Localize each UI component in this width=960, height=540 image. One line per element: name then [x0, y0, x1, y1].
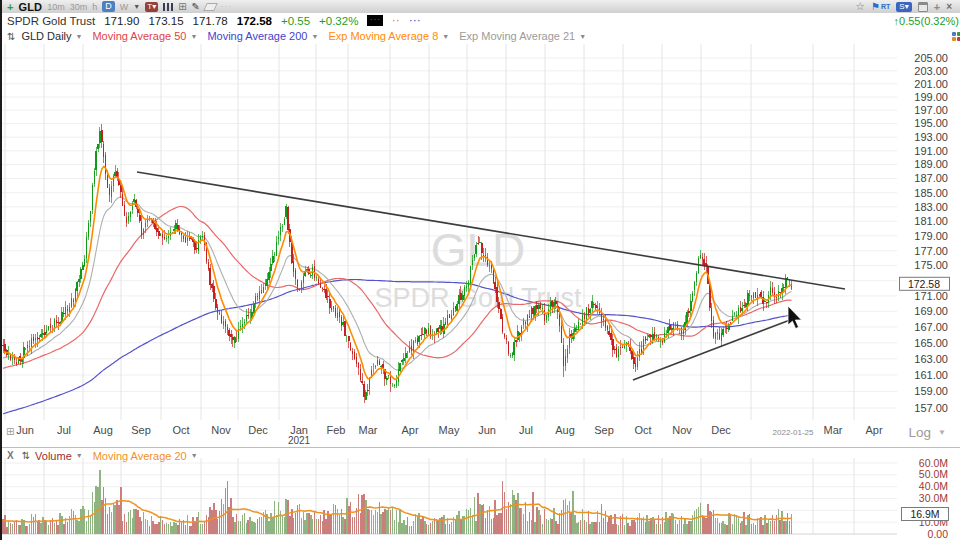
month-label: Mar	[359, 424, 378, 436]
volume-pane-header: X ⇅ Volume▼Moving Average 20▼	[7, 449, 208, 462]
scale-selector[interactable]: Log ▼	[909, 425, 946, 440]
timeframe-30m[interactable]: 30m	[70, 2, 88, 12]
chevron-down-icon: ▼	[938, 428, 946, 437]
timeframe-h[interactable]: h	[92, 2, 97, 12]
last-volume-tag: 16.9M	[902, 508, 949, 521]
svg-text:0.00: 0.00	[928, 528, 949, 540]
month-label: Jul	[57, 424, 71, 436]
low-price: 171.78	[193, 15, 228, 27]
svg-text:159.00: 159.00	[914, 385, 948, 397]
indicator-grid-icon[interactable]: ⊞	[178, 2, 186, 12]
legend-item[interactable]: Moving Average 200▼	[207, 30, 318, 42]
month-label: Apr	[401, 424, 418, 436]
legend-item[interactable]: GLD Daily▼	[21, 30, 82, 42]
chevron-down-icon[interactable]: ▼	[579, 33, 586, 40]
svg-text:187.00: 187.00	[914, 172, 948, 184]
chart-corner-icon[interactable]: ⊞	[6, 426, 14, 437]
legend-item-label: Moving Average 50	[92, 30, 186, 42]
timeframe-10m[interactable]: 10m	[47, 2, 65, 12]
month-label: Oct	[634, 424, 651, 436]
favorite-star-icon[interactable]: ☆	[855, 0, 865, 13]
month-label: Sep	[594, 424, 614, 436]
timeframe-D[interactable]: D	[102, 1, 115, 12]
svg-text:175.00: 175.00	[914, 259, 948, 271]
volume-axis[interactable]: 60.0M50.0M40.0M30.0M10.0M0.00	[919, 457, 948, 540]
month-label: May	[439, 424, 460, 436]
month-label: Mar	[824, 424, 843, 436]
main-price-chart[interactable]: GLDSPDR Gold Trust157.00159.00161.00163.…	[0, 44, 960, 420]
legend-item-label: Moving Average 200	[207, 30, 307, 42]
legend-item[interactable]: Exp Moving Average 21▼	[459, 30, 586, 42]
chevron-down-icon[interactable]: ▼	[442, 33, 449, 40]
month-label: Dec	[711, 424, 731, 436]
layout-grid-icon[interactable]	[952, 32, 960, 41]
svg-text:177.00: 177.00	[914, 245, 948, 257]
svg-text:189.00: 189.00	[914, 158, 948, 170]
open-price: 171.90	[104, 15, 139, 27]
chevron-down-icon[interactable]: ▼	[311, 33, 318, 40]
timeframe-dropdown-icon[interactable]: ▼	[133, 3, 140, 10]
chevron-down-icon[interactable]: ▼	[76, 33, 83, 40]
svg-text:203.00: 203.00	[914, 65, 948, 77]
volume-legend-label: Volume	[35, 450, 72, 462]
month-label: Jun	[16, 424, 34, 436]
time-axis[interactable]: ⊞ JunJulAugSepOctNovDecJan2021FebMarAprM…	[0, 420, 960, 447]
quote-row: SPDR Gold Trust 171.90 173.15 171.78 172…	[0, 13, 960, 28]
symbol-field[interactable]: GLD	[18, 1, 42, 13]
add-symbol-icon[interactable]: +	[7, 2, 13, 12]
svg-text:165.00: 165.00	[914, 337, 948, 349]
timeframe-W[interactable]: W	[120, 2, 129, 12]
svg-text:201.00: 201.00	[914, 78, 948, 90]
chevron-down-icon[interactable]: ▼	[76, 452, 83, 459]
month-label: 2022-01-25	[773, 428, 814, 437]
more-tools-icon[interactable]: ···	[221, 2, 232, 11]
svg-text:183.00: 183.00	[914, 201, 948, 213]
svg-text:60.0M: 60.0M	[919, 457, 948, 469]
legend-item-label: Exp Moving Average 21	[459, 30, 575, 42]
layout-dot	[952, 32, 956, 36]
realtime-label: RT	[881, 3, 890, 10]
eraser-icon[interactable]	[203, 3, 218, 11]
note-marker-black[interactable]: ···	[367, 15, 383, 26]
close-window-icon[interactable]: ×	[946, 1, 952, 12]
month-label: Sep	[131, 424, 151, 436]
volume-legend-item[interactable]: Volume▼	[35, 450, 83, 462]
month-label: Jul	[519, 424, 533, 436]
trendline-support[interactable]	[633, 320, 790, 380]
scan-button[interactable]: S▾	[896, 2, 911, 12]
chevron-down-icon[interactable]: ▼	[190, 33, 197, 40]
symbol-name: SPDR Gold Trust	[7, 15, 95, 27]
svg-text:157.00: 157.00	[914, 402, 948, 414]
reorder-icon[interactable]: ⇅	[7, 31, 15, 42]
volume-legend-items: Volume▼Moving Average 20▼	[35, 450, 208, 462]
price-axis[interactable]: 157.00159.00161.00163.00165.00167.00169.…	[914, 52, 948, 414]
legend-item[interactable]: Moving Average 50▼	[92, 30, 197, 42]
reorder-icon[interactable]: ⇅	[22, 450, 30, 461]
chart-style-button[interactable]: T▾	[145, 2, 158, 12]
realtime-flag[interactable]: ⚑ RT	[871, 1, 890, 12]
move-window-icon[interactable]: +	[934, 1, 940, 13]
close-volume-pane-button[interactable]: X	[7, 450, 14, 461]
change-percent: +0.32%	[319, 15, 358, 27]
legend-items: GLD Daily▼Moving Average 50▼Moving Avera…	[21, 30, 596, 42]
save-icon[interactable]	[918, 2, 928, 12]
svg-text:171.00: 171.00	[914, 290, 948, 302]
svg-text:169.00: 169.00	[914, 305, 948, 317]
chevron-down-icon[interactable]: ▼	[191, 452, 198, 459]
trading-app-window: { "toolbar": { "add_symbol": "+", "symbo…	[0, 0, 960, 540]
volume-legend-item[interactable]: Moving Average 20▼	[93, 450, 198, 462]
legend-item[interactable]: Exp Moving Average 8▼	[328, 30, 449, 42]
svg-text:197.00: 197.00	[914, 104, 948, 116]
month-label: Nov	[211, 424, 231, 436]
draw-pencil-icon[interactable]: ✎	[192, 2, 200, 12]
screen-left-edge	[0, 0, 2, 540]
month-label: Feb	[327, 424, 346, 436]
month-label: Apr	[865, 424, 882, 436]
svg-text:185.00: 185.00	[914, 187, 948, 199]
volume-bars-icon[interactable]	[163, 3, 173, 11]
note-marker-orange[interactable]: ··	[392, 16, 400, 26]
svg-text:167.00: 167.00	[914, 321, 948, 333]
note-marker-blue[interactable]: ···	[409, 16, 421, 26]
last-price: 172.58	[237, 15, 272, 27]
svg-text:195.00: 195.00	[914, 117, 948, 129]
